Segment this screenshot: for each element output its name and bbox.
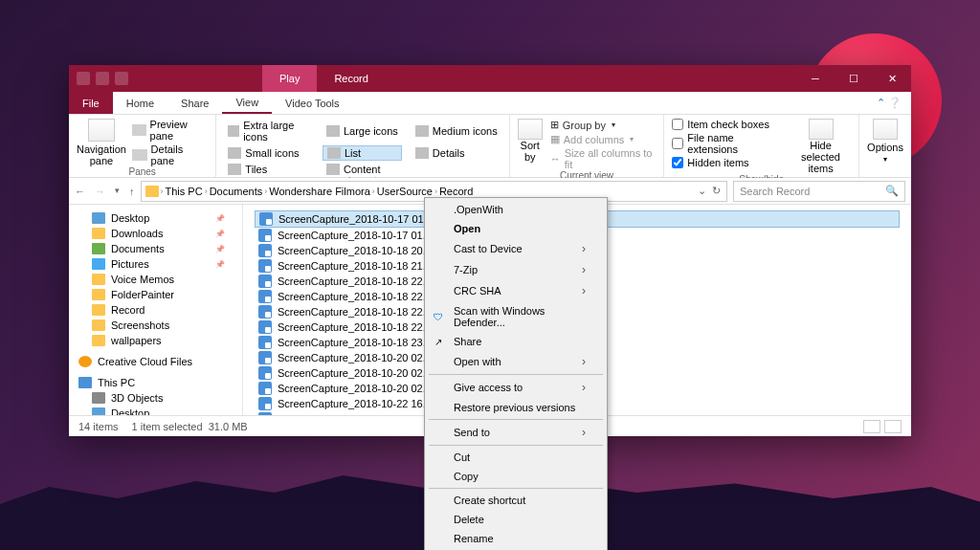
title-tab-play[interactable]: Play [262,65,317,92]
sidebar-item[interactable]: Voice Memos [69,272,242,287]
breadcrumb-segment[interactable]: Wondershare Filmora› [269,186,375,197]
folder-icon [92,212,105,224]
breadcrumb-segment[interactable]: Documents› [210,186,268,197]
sidebar-item[interactable]: Record [69,302,242,318]
layout-label: Extra large icons [243,120,309,143]
folder-icon [92,258,105,270]
context-menu-item[interactable]: Rename [425,529,607,548]
layout-option[interactable]: List [323,145,402,161]
details-view-button[interactable] [863,420,880,433]
sort-by-button[interactable]: Sort by [518,119,543,170]
sidebar-item[interactable]: Pictures [69,256,242,272]
layout-option[interactable]: Large icons [323,119,402,143]
context-menu-item[interactable]: Cast to Device [425,238,607,259]
folder-icon [145,186,159,197]
back-button[interactable]: ← [75,186,85,197]
navigation-pane-button[interactable]: Navigation pane [77,119,126,166]
breadcrumb-segment[interactable]: UserSource› [377,186,437,197]
sidebar-label: Downloads [111,228,163,239]
options-button[interactable]: Options ▾ [867,119,903,164]
search-input[interactable]: Search Record 🔍 [733,181,905,202]
title-tab-record[interactable]: Record [317,65,385,92]
context-menu-item[interactable]: 7-Zip [425,259,607,280]
details-pane-button[interactable]: Details pane [132,143,208,166]
quick-access-icons[interactable] [69,72,128,85]
sidebar-item[interactable]: Desktop [69,210,242,226]
sidebar-item[interactable]: Documents [69,241,242,256]
layout-icon [326,164,340,175]
context-menu[interactable]: .OpenWithOpenCast to Device7-ZipCRC SHA🛡… [424,197,608,550]
sidebar-item-creative-cloud[interactable]: Creative Cloud Files [69,354,242,369]
search-icon[interactable]: 🔍 [885,185,899,197]
context-menu-item[interactable]: Give access to [425,377,607,398]
dropdown-history[interactable]: ⌄ [698,185,706,197]
sidebar-item-this-pc[interactable]: This PC [69,375,242,390]
checkbox[interactable] [672,138,683,149]
context-menu-item[interactable]: CRC SHA [425,280,607,301]
layout-option[interactable]: Tiles [224,163,313,176]
breadcrumb-segment[interactable]: Record [439,186,473,197]
context-menu-item[interactable]: Open with [425,351,607,372]
checkbox[interactable] [672,119,683,130]
share-icon: ↗ [431,334,446,349]
qat-icon[interactable] [115,72,128,85]
hide-selected-button[interactable]: Hide selected items [791,119,851,174]
context-menu-item[interactable]: Send to [425,422,607,443]
item-check-boxes-toggle[interactable]: Item check boxes [672,119,781,130]
up-button[interactable]: ↑ [129,186,135,197]
navigation-sidebar[interactable]: DesktopDownloadsDocumentsPicturesVoice M… [69,205,243,415]
group-by-button[interactable]: ⊞Group by▾ [550,119,657,131]
file-extensions-toggle[interactable]: File name extensions [672,132,781,155]
tab-view[interactable]: View [222,92,272,114]
tab-file[interactable]: File [69,92,113,114]
chevron-right-icon[interactable]: › [161,187,164,196]
video-file-icon [258,336,272,349]
layout-option[interactable]: Extra large icons [224,119,313,143]
context-menu-item[interactable]: .OpenWith [425,200,607,219]
sidebar-item[interactable]: Screenshots [69,318,242,333]
context-menu-item[interactable]: Copy [425,467,607,486]
context-menu-item[interactable]: Delete [425,510,607,529]
hidden-items-toggle[interactable]: Hidden items [672,157,781,168]
sidebar-item[interactable]: FolderPainter [69,287,242,302]
recent-dropdown[interactable]: ▾ [115,186,120,197]
layout-option[interactable]: Content [323,163,402,176]
checkbox[interactable] [672,157,683,168]
preview-pane-button[interactable]: Preview pane [132,119,208,142]
sidebar-item[interactable]: Downloads [69,226,242,241]
close-button[interactable]: ✕ [873,65,911,92]
thumbnails-view-button[interactable] [884,420,902,433]
add-columns-button[interactable]: ▦Add columns▾ [550,133,657,145]
sidebar-label: This PC [98,377,135,388]
context-menu-item[interactable]: Create shortcut [425,491,607,510]
layout-option[interactable]: Small icons [224,145,313,161]
forward-button[interactable]: → [95,186,105,197]
qat-icon[interactable] [96,72,109,85]
sidebar-item[interactable]: 3D Objects [69,390,242,406]
breadcrumb-segment[interactable]: This PC› [166,186,208,197]
tab-home[interactable]: Home [113,92,167,114]
size-columns-button[interactable]: ↔Size all columns to fit [550,147,657,170]
tab-share[interactable]: Share [167,92,222,114]
context-menu-item[interactable]: Restore previous versions [425,398,607,417]
video-file-icon [258,412,272,415]
help-icon[interactable]: ⌃ ❔ [867,92,911,114]
context-menu-item[interactable]: 🛡Scan with Windows Defender... [425,301,607,332]
layout-option[interactable]: Details [412,145,501,161]
context-menu-label: Copy [454,471,479,482]
sidebar-item[interactable]: Desktop [69,406,242,415]
sidebar-item[interactable]: wallpapers [69,333,242,348]
sort-by-label: Sort by [521,140,540,163]
titlebar[interactable]: Play Record ─ ☐ ✕ [69,65,911,92]
refresh-button[interactable]: ↻ [712,185,721,197]
ribbon-group-options: Options ▾ [859,115,911,177]
maximize-button[interactable]: ☐ [835,65,873,92]
context-menu-item[interactable]: Cut [425,448,607,467]
layout-option[interactable]: Medium icons [412,119,501,143]
sidebar-label: Record [111,304,145,316]
tab-video-tools[interactable]: Video Tools [272,92,352,114]
qat-icon[interactable] [77,72,90,85]
context-menu-item[interactable]: Open [425,219,607,238]
context-menu-item[interactable]: ↗Share [425,332,607,351]
minimize-button[interactable]: ─ [796,65,835,92]
